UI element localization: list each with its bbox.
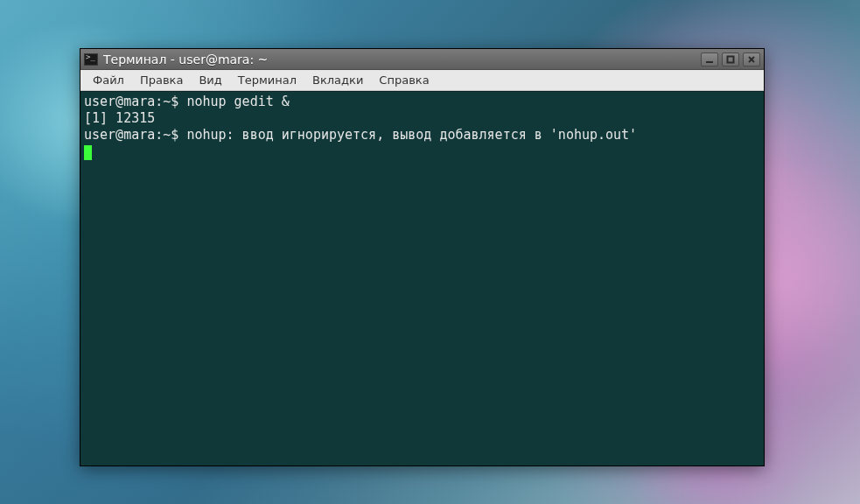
maximize-button[interactable] bbox=[722, 52, 739, 66]
maximize-icon bbox=[726, 55, 735, 64]
menu-file[interactable]: Файл bbox=[86, 72, 131, 88]
terminal-cursor-line bbox=[84, 144, 760, 160]
menubar: Файл Правка Вид Терминал Вкладки Справка bbox=[80, 70, 764, 91]
close-button[interactable] bbox=[743, 52, 760, 66]
minimize-button[interactable] bbox=[701, 52, 718, 66]
cursor-block bbox=[84, 145, 92, 160]
terminal-line: user@mara:~$ nohup: ввод игнорируется, в… bbox=[84, 127, 760, 144]
terminal-app-icon bbox=[84, 53, 98, 66]
terminal-viewport[interactable]: user@mara:~$ nohup gedit & [1] 12315 use… bbox=[80, 91, 764, 466]
minimize-icon bbox=[705, 55, 714, 64]
menu-terminal[interactable]: Терминал bbox=[231, 72, 304, 88]
close-icon bbox=[747, 55, 756, 64]
menu-help[interactable]: Справка bbox=[372, 72, 436, 88]
titlebar[interactable]: Терминал - user@mara: ~ bbox=[80, 49, 764, 70]
window-title: Терминал - user@mara: ~ bbox=[103, 52, 696, 66]
terminal-window: Терминал - user@mara: ~ Файл Правка Вид … bbox=[80, 48, 765, 466]
menu-view[interactable]: Вид bbox=[192, 72, 228, 88]
menu-edit[interactable]: Правка bbox=[133, 72, 190, 88]
terminal-line: [1] 12315 bbox=[84, 110, 760, 127]
menu-tabs[interactable]: Вкладки bbox=[305, 72, 370, 88]
terminal-line: user@mara:~$ nohup gedit & bbox=[84, 94, 760, 110]
window-controls bbox=[701, 52, 760, 66]
svg-rect-1 bbox=[728, 56, 734, 62]
